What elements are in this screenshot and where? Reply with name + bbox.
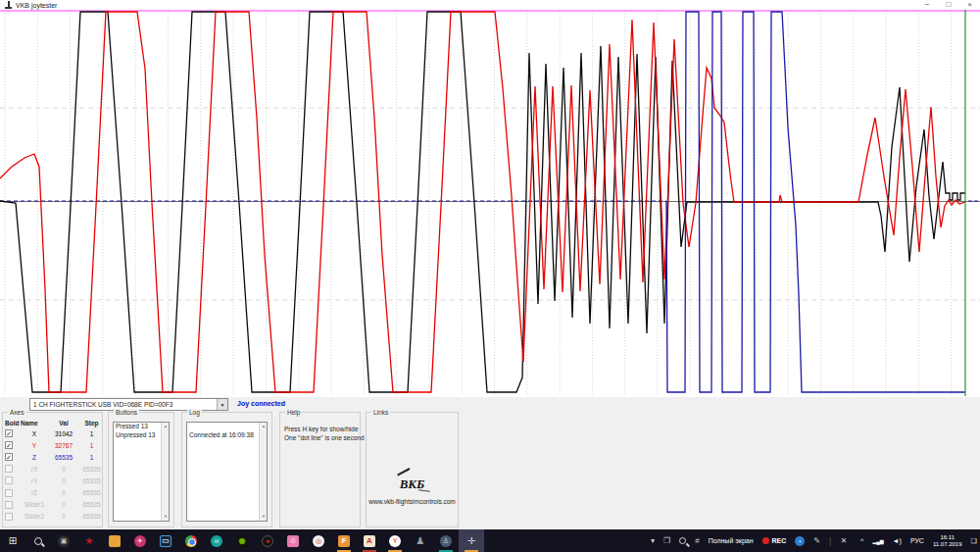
- axis-bold-checkbox[interactable]: [5, 465, 13, 473]
- buttons-groupbox: Buttons Pressed 13Unpressed 13▲▼: [108, 412, 174, 527]
- star-app-icon[interactable]: ★: [76, 529, 102, 552]
- axis-bold-checkbox[interactable]: [5, 501, 13, 509]
- axis-bold-checkbox[interactable]: ✓: [5, 453, 13, 461]
- infinity-app-icon[interactable]: ∞: [204, 529, 229, 552]
- axis-value: 31042: [48, 430, 79, 437]
- network-signal-icon[interactable]: ▂▄▆: [872, 538, 883, 544]
- window-title: VKB joytester: [16, 2, 57, 9]
- figure-app-icon: ♟: [416, 536, 425, 546]
- f-app-icon[interactable]: F: [331, 529, 357, 552]
- recorder-menu-caret-icon[interactable]: ▾: [651, 536, 655, 545]
- chrome-icon[interactable]: [178, 529, 204, 552]
- figure-app-icon[interactable]: ♟: [408, 529, 433, 552]
- recorder-app-icon[interactable]: ●: [255, 529, 280, 552]
- axis-value: 0: [48, 477, 79, 484]
- scrollbar[interactable]: ▲▼: [161, 423, 169, 521]
- axis-value: 0: [48, 466, 79, 473]
- recorder-divider: |: [829, 536, 831, 546]
- app-window-icon: ▭: [160, 535, 172, 547]
- axis-value: 32767: [48, 442, 79, 449]
- axis-oscilloscope-chart: [0, 0, 980, 398]
- blue-tool-icon[interactable]: ♙: [433, 529, 459, 552]
- axis-value: 0: [48, 513, 79, 520]
- camera-app-icon: ▣: [58, 535, 70, 547]
- scrollbar[interactable]: ▲▼: [259, 423, 267, 521]
- recorder-crop-icon[interactable]: #: [695, 536, 699, 545]
- links-groupbox: Links ВКБ www.vkb-flightsimcontrols.com: [366, 412, 459, 527]
- axis-name: Slider2: [21, 513, 48, 520]
- log-groupbox: Log Connected at 16:09:38▲▼: [181, 412, 272, 527]
- axis-row-rx: rX065535: [5, 463, 102, 475]
- a-app-icon[interactable]: A: [357, 529, 382, 552]
- axis-step: 65535: [79, 489, 104, 496]
- recorder-pencil-icon[interactable]: ✎: [813, 536, 820, 545]
- axis-bold-checkbox[interactable]: ✓: [5, 429, 13, 437]
- yandex-icon[interactable]: Y: [382, 529, 408, 552]
- recorder-close-icon[interactable]: ✕: [840, 536, 847, 545]
- axis-bold-checkbox[interactable]: [5, 477, 13, 484]
- axis-row-x: ✓X310421: [5, 427, 102, 439]
- device-row: 1 CH FIGHTERSTICK USB VID=068E PID=00F3 …: [0, 397, 980, 412]
- start-icon[interactable]: ⊞: [0, 529, 25, 552]
- target-app-icon: ◎: [313, 535, 324, 547]
- axes-groupbox: Axes BoldName ValStep ✓X310421✓Y327671✓Z…: [2, 412, 103, 527]
- action-center-icon[interactable]: ❏: [971, 537, 977, 545]
- system-tray: ^ ▂▄▆ ◄) РУС 16:11 11.07.2019 ❏: [860, 534, 977, 547]
- axis-name: rX: [21, 466, 48, 473]
- language-indicator[interactable]: РУС: [910, 537, 924, 544]
- f-app-icon: F: [338, 535, 350, 547]
- minimize-button[interactable]: −: [925, 0, 930, 10]
- camera-app-icon[interactable]: ▣: [51, 529, 76, 552]
- yandex-icon: Y: [389, 535, 401, 547]
- close-button[interactable]: ×: [967, 0, 972, 10]
- scroll-down-icon[interactable]: ▼: [162, 513, 170, 521]
- axis-step: 65535: [79, 466, 104, 473]
- star-app-icon: ★: [85, 536, 94, 546]
- rocket-app-icon[interactable]: ✈: [127, 529, 153, 552]
- search-icon[interactable]: [25, 529, 51, 552]
- recorder-app-icon: ●: [262, 535, 273, 547]
- clock[interactable]: 16:11 11.07.2019: [933, 534, 962, 547]
- axis-value: 0: [48, 489, 79, 496]
- nvidia-icon[interactable]: ◉: [229, 529, 255, 552]
- scroll-down-icon[interactable]: ▼: [260, 513, 268, 521]
- axis-step: 1: [79, 442, 104, 449]
- rocket-app-icon: ✈: [134, 535, 146, 547]
- a-app-icon: A: [364, 535, 375, 547]
- rec-button[interactable]: REC: [762, 537, 787, 544]
- scroll-up-icon[interactable]: ▲: [260, 423, 268, 430]
- axis-row-slider1: Slider1065535: [5, 499, 102, 511]
- joystick-app-icon[interactable]: ✛: [459, 529, 484, 552]
- chevron-down-icon[interactable]: ▼: [217, 399, 227, 410]
- log-listbox[interactable]: Connected at 16:09:38▲▼: [186, 422, 268, 522]
- pink-game-icon[interactable]: ☺: [280, 529, 306, 552]
- axis-bold-checkbox[interactable]: [5, 513, 13, 521]
- volume-icon[interactable]: ◄): [893, 537, 902, 544]
- axis-bold-checkbox[interactable]: [5, 489, 13, 497]
- maximize-button[interactable]: □: [946, 0, 951, 10]
- joystick-app-icon: ✛: [467, 536, 475, 546]
- recorder-window-icon[interactable]: ❐: [663, 536, 670, 545]
- scroll-up-icon[interactable]: ▲: [162, 423, 170, 430]
- axis-row-ry: rY065535: [5, 475, 102, 486]
- axis-name: rY: [21, 477, 48, 484]
- hidden-icons-chevron[interactable]: ^: [860, 537, 863, 544]
- axis-row-y: ✓Y327671: [5, 439, 102, 451]
- app-window-icon[interactable]: ▭: [153, 529, 178, 552]
- buttons-title: Buttons: [114, 409, 139, 416]
- file-explorer-icon[interactable]: [102, 529, 127, 552]
- axis-step: 65535: [79, 477, 104, 484]
- help-title: Help: [285, 409, 302, 416]
- recorder-zoom-icon[interactable]: [679, 537, 686, 544]
- chrome-icon: [185, 535, 197, 547]
- buttons-listbox[interactable]: Pressed 13Unpressed 13▲▼: [113, 422, 170, 522]
- vkb-logo: ВКБ: [400, 477, 425, 492]
- axis-name: Z: [21, 454, 48, 461]
- recorder-camera-icon[interactable]: •: [795, 536, 805, 546]
- file-explorer-icon: [109, 535, 121, 547]
- fullscreen-mode-label[interactable]: Полный экран: [709, 537, 754, 544]
- axis-bold-checkbox[interactable]: ✓: [5, 441, 13, 449]
- vkb-website-link[interactable]: www.vkb-flightsimcontrols.com: [368, 498, 456, 505]
- start-icon: ⊞: [9, 536, 17, 546]
- target-app-icon[interactable]: ◎: [306, 529, 331, 552]
